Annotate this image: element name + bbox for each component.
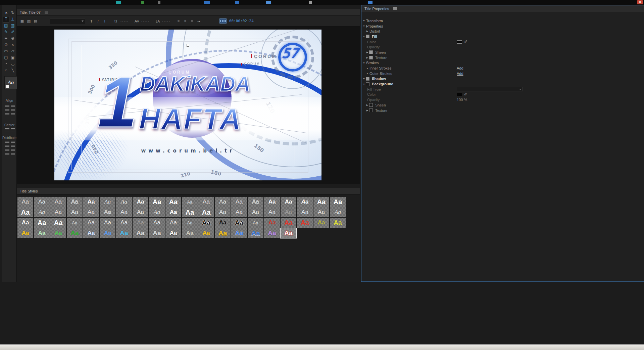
vertical-type-tool[interactable]: ⊥	[9, 16, 16, 23]
chevron-icon[interactable]: ▶	[366, 51, 369, 54]
style-swatch[interactable]: Aa	[264, 218, 280, 228]
checkbox[interactable]	[366, 35, 369, 38]
chevron-icon[interactable]: ▶	[366, 104, 369, 106]
add-anchor-point-tool[interactable]: ⊕	[3, 42, 9, 48]
timecode-display[interactable]: 00:00:02:24	[229, 19, 254, 23]
vertical-area-type-tool[interactable]: ▥	[9, 23, 16, 29]
style-swatch[interactable]: Aa	[297, 197, 313, 207]
style-swatch[interactable]: Aa	[100, 228, 115, 238]
chevron-icon[interactable]: ▼	[362, 25, 365, 27]
style-swatch[interactable]: Aa	[248, 218, 263, 228]
style-swatch[interactable]: Aa	[100, 218, 115, 228]
style-swatch[interactable]: Aa	[149, 207, 165, 217]
wedge-tool[interactable]: ◔	[3, 61, 9, 67]
chevron-icon[interactable]: ▶	[366, 109, 369, 112]
align-right-button[interactable]: ≡	[189, 18, 195, 24]
style-swatch[interactable]: Aa	[231, 207, 247, 217]
selection-handle[interactable]	[187, 44, 189, 47]
distribute-horizontal-left-button[interactable]	[5, 141, 9, 144]
color-swatch[interactable]	[457, 93, 462, 96]
path-type-tool[interactable]: ✎	[3, 29, 9, 35]
area-type-tool[interactable]: ▤	[3, 23, 9, 29]
style-swatch[interactable]: Aa	[231, 228, 247, 238]
style-swatch[interactable]: Aa	[231, 197, 247, 207]
style-swatch[interactable]: Aa	[198, 218, 214, 228]
style-swatch[interactable]: Aa	[116, 197, 132, 207]
arc-tool[interactable]: ◡	[9, 61, 16, 67]
font-family-dropdown[interactable]	[50, 18, 85, 24]
style-swatch[interactable]: Aa	[67, 228, 83, 238]
style-swatch[interactable]: Aa	[281, 228, 296, 238]
style-swatch[interactable]: Aa	[83, 197, 99, 207]
templates-icon[interactable]: ▤	[33, 18, 38, 24]
style-swatch[interactable]: Aa	[313, 218, 329, 228]
chevron-icon[interactable]: ▼	[362, 62, 365, 64]
style-swatch[interactable]: Aa	[165, 197, 181, 207]
add-stroke-link[interactable]: Add	[457, 66, 463, 70]
style-swatch[interactable]: Aa	[165, 207, 181, 217]
chevron-icon[interactable]: ▼	[366, 67, 369, 70]
vertical-path-type-tool[interactable]: ✐	[9, 29, 16, 35]
style-swatch[interactable]: Aa	[17, 207, 33, 217]
color-swatch[interactable]	[457, 40, 462, 44]
chevron-icon[interactable]: ▼	[362, 83, 365, 85]
style-swatch[interactable]: Aa	[215, 207, 231, 217]
font-size-value[interactable]: -----	[120, 19, 129, 23]
eyedropper-icon[interactable]: ✐	[464, 40, 467, 44]
style-swatch[interactable]: Aa	[100, 197, 115, 207]
style-swatch[interactable]: Aa	[50, 197, 66, 207]
align-horizontal-right-button[interactable]	[5, 112, 9, 115]
style-swatch[interactable]: Aa	[34, 228, 50, 238]
delete-anchor-point-tool[interactable]: ⊖	[9, 35, 16, 42]
style-swatch[interactable]: Aa	[215, 218, 231, 228]
style-swatch[interactable]: Aa	[264, 207, 280, 217]
pen-tool[interactable]: ✒	[3, 35, 9, 42]
rectangle-tool[interactable]: ▭	[3, 48, 9, 54]
style-swatch[interactable]: Aa	[313, 197, 329, 207]
distribute-horizontal-even-button[interactable]	[5, 153, 9, 157]
checkbox[interactable]	[366, 82, 369, 86]
window-close-button[interactable]: ✕	[637, 0, 643, 4]
style-swatch[interactable]: Aa	[83, 218, 99, 228]
style-swatch[interactable]: Aa	[133, 197, 148, 207]
style-swatch[interactable]: Aa	[330, 197, 346, 207]
checkbox[interactable]	[369, 103, 373, 107]
style-swatch[interactable]: Aa	[264, 197, 280, 207]
distribute-vertical-top-button[interactable]	[11, 141, 15, 144]
style-swatch[interactable]: Aa	[116, 207, 132, 217]
style-swatch[interactable]: Aa	[182, 207, 198, 217]
style-swatch[interactable]: Aa	[281, 207, 296, 217]
align-horizontal-center-button[interactable]	[5, 108, 9, 111]
style-swatch[interactable]: Aa	[17, 218, 33, 228]
chevron-icon[interactable]: ▼	[362, 19, 365, 22]
video-frame[interactable]: 330 300 270 240 210 120 150 180 ÇORUM 57…	[54, 30, 321, 180]
style-swatch[interactable]: Aa	[165, 218, 181, 228]
panel-menu-icon[interactable]	[45, 11, 48, 13]
style-swatch[interactable]: Aa	[34, 218, 50, 228]
show-background-video-button[interactable]	[219, 18, 227, 24]
style-swatch[interactable]: Aa	[67, 218, 83, 228]
style-swatch[interactable]: Aa	[149, 218, 165, 228]
checkbox[interactable]	[369, 108, 373, 112]
style-swatch[interactable]: Aa	[297, 218, 313, 228]
center-horizontal-button[interactable]	[5, 128, 9, 132]
underline-button[interactable]: T	[102, 18, 107, 24]
style-swatch[interactable]: Aa	[264, 228, 280, 238]
align-horizontal-left-button[interactable]	[5, 104, 9, 107]
style-swatch[interactable]: Aa	[116, 218, 132, 228]
align-vertical-center-button[interactable]	[11, 108, 15, 111]
fill-type-dropdown[interactable]	[457, 87, 523, 91]
add-stroke-link[interactable]: Add	[457, 72, 463, 76]
style-swatch[interactable]: Aa	[165, 228, 181, 238]
style-swatch[interactable]: Aa	[330, 207, 346, 217]
style-swatch[interactable]: Aa	[248, 228, 263, 238]
style-swatch[interactable]: Aa	[116, 228, 132, 238]
italic-button[interactable]: T	[95, 18, 101, 24]
checkbox[interactable]	[369, 56, 373, 59]
style-swatch[interactable]: Aa	[248, 207, 263, 217]
convert-anchor-point-tool[interactable]: ∧	[9, 42, 16, 48]
style-swatch[interactable]: Aa	[133, 218, 148, 228]
style-swatch[interactable]: Aa	[182, 197, 198, 207]
style-swatch[interactable]: Aa	[17, 228, 33, 238]
panel-menu-icon[interactable]	[42, 190, 45, 192]
